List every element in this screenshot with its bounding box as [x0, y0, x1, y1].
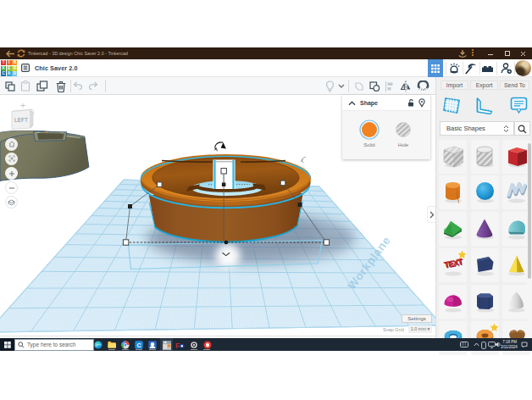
svg-text:C: C — [136, 342, 141, 347]
svg-text:F: F — [175, 341, 180, 349]
svg-text:LEFT: LEFT — [14, 117, 28, 123]
